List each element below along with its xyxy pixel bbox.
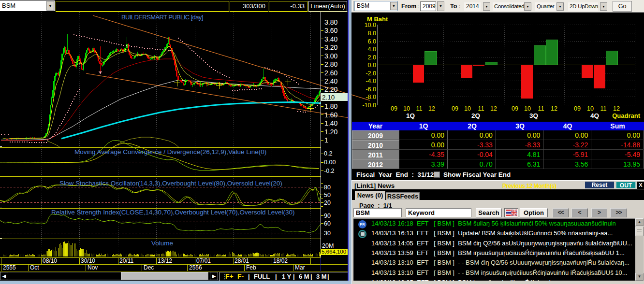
svg-text:3Q: 3Q xyxy=(529,112,538,119)
svg-text:Moving Average Convergence / D: Moving Average Convergence / Divergence(… xyxy=(74,148,266,156)
svg-text:4Q: 4Q xyxy=(590,112,599,119)
svg-text:07/01: 07/01 xyxy=(196,257,211,264)
svg-text:10: 10 xyxy=(524,105,531,112)
svg-text:09: 09 xyxy=(574,105,581,112)
svg-text:-8.0: -8.0 xyxy=(366,94,376,100)
svg-text:BUILDERSMART PUBLIC [day]: BUILDERSMART PUBLIC [day] xyxy=(121,14,203,21)
svg-text:Nov: Nov xyxy=(88,264,98,271)
svg-text:10.0: 10.0 xyxy=(365,22,376,28)
svg-text:0.00: 0.00 xyxy=(324,159,336,166)
svg-text:2Q: 2Q xyxy=(471,112,480,119)
svg-text:3.20: 3.20 xyxy=(324,43,337,51)
svg-text:1Q: 1Q xyxy=(406,112,415,119)
svg-text:10: 10 xyxy=(403,105,410,112)
svg-text:-4.0: -4.0 xyxy=(366,78,376,85)
svg-text:60: 60 xyxy=(324,220,331,227)
svg-text:1.20: 1.20 xyxy=(324,128,337,136)
svg-text:12: 12 xyxy=(490,105,497,112)
svg-text:28/01: 28/01 xyxy=(234,257,249,264)
svg-text:2.40: 2.40 xyxy=(324,77,337,85)
svg-text:Slow Stochastics Oscillator(14: Slow Stochastics Oscillator(14,3,3),Over… xyxy=(59,180,282,187)
svg-text:20M: 20M xyxy=(322,242,334,249)
svg-text:Dec: Dec xyxy=(144,264,154,271)
svg-text:Feb: Feb xyxy=(246,264,256,271)
svg-text:11: 11 xyxy=(478,105,484,112)
svg-text:12: 12 xyxy=(551,105,557,112)
svg-text:10: 10 xyxy=(464,105,471,112)
svg-text:3.40: 3.40 xyxy=(324,35,337,43)
svg-text:18/02: 18/02 xyxy=(273,257,288,264)
svg-text:12: 12 xyxy=(428,105,435,112)
svg-text:-10.0: -10.0 xyxy=(363,102,377,109)
svg-text:80: 80 xyxy=(324,184,331,191)
svg-text:-0.2: -0.2 xyxy=(324,168,335,174)
svg-text:09: 09 xyxy=(512,105,518,112)
svg-text:3.80: 3.80 xyxy=(324,18,337,26)
svg-text:-2.0: -2.0 xyxy=(366,70,376,77)
svg-text:90: 90 xyxy=(324,213,331,219)
svg-text:11: 11 xyxy=(538,105,544,112)
svg-text:1.80: 1.80 xyxy=(324,102,337,110)
svg-text:11: 11 xyxy=(600,105,607,112)
svg-text:Oct: Oct xyxy=(30,264,39,271)
svg-text:08/10: 08/10 xyxy=(43,257,57,264)
svg-text:20/11: 20/11 xyxy=(119,257,133,264)
svg-text:Relative Strength Index(CLOSE,: Relative Strength Index(CLOSE,14,30,70),… xyxy=(51,209,295,216)
svg-text:1.40: 1.40 xyxy=(324,119,337,127)
svg-text:2556: 2556 xyxy=(189,264,202,271)
svg-text:-6.0: -6.0 xyxy=(366,86,376,93)
svg-text:Volume: Volume xyxy=(151,240,173,247)
svg-text:3.00: 3.00 xyxy=(324,52,337,60)
svg-text:50: 50 xyxy=(324,192,331,199)
svg-text:0.2: 0.2 xyxy=(324,150,332,157)
svg-text:3.60: 3.60 xyxy=(324,27,337,34)
svg-text:2.10: 2.10 xyxy=(322,94,335,101)
svg-text:Quadrant: Quadrant xyxy=(612,112,640,119)
svg-text:8.0: 8.0 xyxy=(368,30,376,37)
svg-text:6.0: 6.0 xyxy=(368,38,376,45)
svg-text:12: 12 xyxy=(613,105,620,112)
svg-text:13/12: 13/12 xyxy=(158,257,172,264)
svg-text:30/10: 30/10 xyxy=(81,257,95,264)
svg-text:0.0: 0.0 xyxy=(368,62,376,69)
svg-text:2.80: 2.80 xyxy=(324,60,337,68)
svg-text:10: 10 xyxy=(587,105,594,112)
svg-text:2.20: 2.20 xyxy=(324,85,337,93)
svg-text:30: 30 xyxy=(324,230,331,237)
svg-text:11: 11 xyxy=(416,105,423,112)
svg-text:20: 20 xyxy=(324,199,331,206)
svg-text:4.0: 4.0 xyxy=(368,46,376,53)
svg-text:2.60: 2.60 xyxy=(324,69,337,77)
svg-text:2555: 2555 xyxy=(3,264,16,271)
svg-text:1.60: 1.60 xyxy=(324,111,337,119)
svg-text:09: 09 xyxy=(391,105,397,112)
svg-text:2.0: 2.0 xyxy=(368,54,376,61)
svg-text:1: 1 xyxy=(324,136,328,144)
svg-text:5,664,100: 5,664,100 xyxy=(322,249,346,255)
svg-text:Mar: Mar xyxy=(295,264,305,271)
svg-text:09: 09 xyxy=(452,105,458,112)
